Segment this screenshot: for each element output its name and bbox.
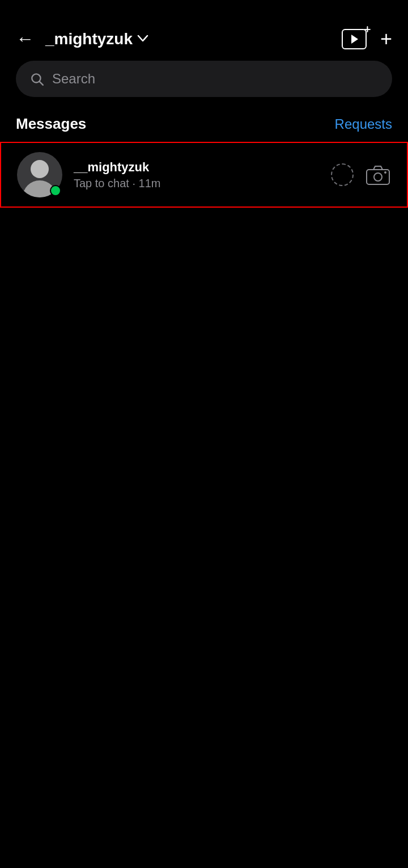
- header-right: + +: [342, 29, 392, 49]
- conversation-list: __mightyzuk Tap to chat · 11m: [0, 142, 408, 208]
- back-button[interactable]: ←: [16, 28, 34, 49]
- camera-icon: [366, 164, 390, 186]
- requests-link[interactable]: Requests: [335, 116, 392, 132]
- chevron-down-icon: [137, 32, 148, 45]
- messages-title: Messages: [16, 115, 86, 133]
- video-icon: [351, 35, 358, 44]
- avatar-container: [17, 152, 62, 197]
- svg-line-1: [40, 82, 43, 85]
- header-left: ← _mightyzuk: [16, 28, 148, 49]
- search-icon: [29, 71, 44, 86]
- app-header: ← _mightyzuk + +: [0, 0, 408, 61]
- new-message-button[interactable]: +: [380, 29, 392, 49]
- search-container: Search: [0, 61, 408, 111]
- svg-point-3: [31, 160, 49, 178]
- conversation-preview: Tap to chat · 11m: [74, 177, 331, 190]
- conversation-username: __mightyzuk: [74, 160, 331, 175]
- conversation-actions: [331, 163, 391, 186]
- online-status-indicator: [50, 185, 61, 196]
- svg-point-5: [374, 173, 382, 181]
- search-placeholder-text: Search: [52, 71, 95, 87]
- plus-overlay-icon: +: [364, 22, 371, 37]
- conversation-item[interactable]: __mightyzuk Tap to chat · 11m: [0, 142, 408, 208]
- svg-point-6: [384, 171, 386, 174]
- story-ring-icon[interactable]: [331, 163, 354, 186]
- current-username: _mightyzuk: [45, 30, 133, 48]
- new-video-button[interactable]: +: [342, 29, 367, 49]
- search-bar[interactable]: Search: [16, 61, 392, 97]
- messages-section-header: Messages Requests: [0, 111, 408, 142]
- username-dropdown-button[interactable]: _mightyzuk: [45, 30, 148, 48]
- conversation-info: __mightyzuk Tap to chat · 11m: [74, 160, 331, 190]
- camera-button[interactable]: [365, 163, 391, 186]
